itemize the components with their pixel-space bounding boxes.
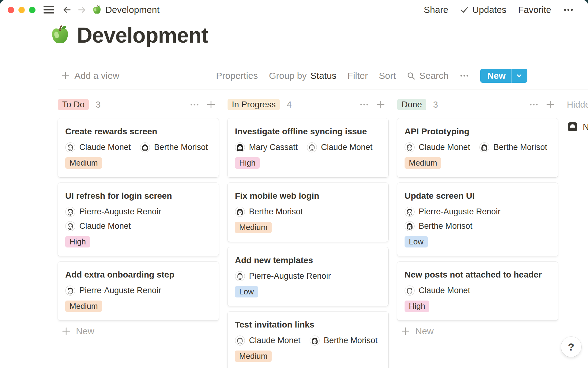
avatar-renoir xyxy=(235,271,245,281)
column-add-icon[interactable] xyxy=(546,100,555,109)
priority-tag: High xyxy=(65,236,90,247)
back-icon[interactable] xyxy=(62,5,72,15)
new-card-button[interactable]: New xyxy=(397,326,558,336)
search-button[interactable]: Search xyxy=(407,71,448,81)
kanban-card[interactable]: Add new templatesPierre-Auguste RenoirLo… xyxy=(228,247,388,306)
new-button[interactable]: New xyxy=(480,69,527,83)
assignee-name: Berthe Morisot xyxy=(154,143,208,152)
priority-tag: Low xyxy=(405,236,428,247)
view-more-icon[interactable] xyxy=(459,71,469,80)
green-apple-icon xyxy=(92,5,102,15)
column-header: In Progress4 xyxy=(228,99,388,110)
filter-button[interactable]: Filter xyxy=(348,71,368,81)
avatar-renoir xyxy=(65,207,75,217)
assignee: Claude Monet xyxy=(405,286,470,296)
breadcrumb[interactable]: Development xyxy=(92,5,160,15)
new-card-label: New xyxy=(76,326,94,336)
assignee-name: Claude Monet xyxy=(419,286,470,295)
kanban-card[interactable]: Investigate offline syncing issueMary Ca… xyxy=(228,118,388,177)
properties-button[interactable]: Properties xyxy=(216,71,258,81)
kanban-card[interactable]: Update screen UIPierre-Auguste RenoirBer… xyxy=(397,183,558,256)
card-title: Fix mobile web login xyxy=(235,191,381,201)
column-add-icon[interactable] xyxy=(206,100,216,109)
close-window-button[interactable] xyxy=(8,7,14,13)
column-header: Done3 xyxy=(397,99,558,110)
forward-icon[interactable] xyxy=(77,5,87,15)
hidden-columns-toggle[interactable]: Hidden columns xyxy=(567,99,588,110)
new-card-label: New xyxy=(415,326,434,336)
avatar-monet xyxy=(405,142,415,152)
help-label: ? xyxy=(568,341,575,353)
card-assignees: Claude Monet xyxy=(405,286,551,296)
toolbar-divider xyxy=(58,90,588,90)
column-more-icon[interactable] xyxy=(529,100,538,109)
column-more-icon[interactable] xyxy=(190,100,199,109)
green-apple-icon[interactable] xyxy=(50,25,70,45)
assignee: Berthe Morisot xyxy=(405,221,473,231)
avatar-morisot xyxy=(310,335,320,346)
kanban-card[interactable]: Add extra onboarding stepPierre-Auguste … xyxy=(58,262,219,320)
zoom-window-button[interactable] xyxy=(29,7,36,13)
plus-icon xyxy=(62,327,71,336)
column-count: 3 xyxy=(96,100,100,110)
assignee: Claude Monet xyxy=(307,142,372,152)
avatar-morisot xyxy=(405,221,415,231)
new-card-button[interactable]: New xyxy=(58,326,219,336)
priority-tag: Low xyxy=(235,286,258,297)
assignee: Pierre-Auguste Renoir xyxy=(405,207,500,217)
assignee-name: Pierre-Auguste Renoir xyxy=(419,207,500,217)
priority-tag: Medium xyxy=(235,351,272,362)
assignee-name: Mary Cassatt xyxy=(249,143,298,152)
help-button[interactable]: ? xyxy=(561,337,581,357)
card-assignees: Pierre-Auguste Renoir xyxy=(235,271,381,281)
column-more-icon[interactable] xyxy=(360,100,369,109)
add-view-button[interactable]: Add a view xyxy=(61,71,119,81)
avatar-cassatt xyxy=(235,142,245,152)
board-column-done: Done3API PrototypingClaude MonetBerthe M… xyxy=(397,99,558,336)
sort-label: Sort xyxy=(379,71,396,81)
assignee-name: Pierre-Auguste Renoir xyxy=(79,286,161,295)
avatar-monet xyxy=(235,335,245,346)
card-assignees: Claude MonetBerthe Morisot xyxy=(235,335,381,346)
card-title: Test invitation links xyxy=(235,320,381,330)
minimize-window-button[interactable] xyxy=(18,7,25,13)
column-status-tag[interactable]: In Progress xyxy=(228,99,280,110)
plus-icon xyxy=(61,71,70,80)
assignee-name: Berthe Morisot xyxy=(419,221,473,231)
group-by-button[interactable]: Group by Status xyxy=(269,71,336,81)
column-status-tag[interactable]: To Do xyxy=(58,99,89,110)
assignee: Berthe Morisot xyxy=(310,335,378,346)
priority-tag: Medium xyxy=(235,222,272,233)
kanban-card[interactable]: Fix mobile web loginBerthe MorisotMedium xyxy=(228,183,388,242)
kanban-card[interactable]: New posts not attached to headerClaude M… xyxy=(397,262,558,320)
assignee: Mary Cassatt xyxy=(235,142,298,152)
priority-tag: Medium xyxy=(405,157,441,169)
more-options-icon[interactable] xyxy=(563,5,574,14)
kanban-card[interactable]: API PrototypingClaude MonetBerthe Moriso… xyxy=(397,118,558,177)
kanban-card[interactable]: Test invitation linksClaude MonetBerthe … xyxy=(228,312,388,368)
updates-button[interactable]: Updates xyxy=(460,5,507,15)
app-window: Development Share Updates Favorite xyxy=(0,0,588,368)
avatar-renoir xyxy=(405,207,415,217)
column-status-tag[interactable]: Done xyxy=(397,99,426,110)
page-header: Development xyxy=(50,24,588,47)
chevron-down-icon[interactable] xyxy=(512,72,527,79)
kanban-card[interactable]: Create rewards screenClaude MonetBerthe … xyxy=(58,118,219,177)
card-assignees: Claude MonetBerthe Morisot xyxy=(405,142,551,152)
kanban-card[interactable]: UI refresh for login screenPierre-August… xyxy=(58,183,219,256)
group-by-value: Status xyxy=(311,71,337,81)
sidebar-menu-icon[interactable] xyxy=(43,6,54,13)
avatar-monet xyxy=(307,142,317,152)
add-view-label: Add a view xyxy=(74,71,119,81)
avatar-morisot xyxy=(479,142,489,152)
card-title: Update screen UI xyxy=(405,191,551,201)
hidden-group-no-status[interactable]: No Status xyxy=(567,121,588,132)
board-column-to-do: To Do3Create rewards screenClaude MonetB… xyxy=(58,99,219,336)
card-title: API Prototyping xyxy=(405,126,551,137)
filter-label: Filter xyxy=(348,71,368,81)
column-add-icon[interactable] xyxy=(376,100,385,109)
sort-button[interactable]: Sort xyxy=(379,71,396,81)
share-button[interactable]: Share xyxy=(424,5,448,15)
assignee: Pierre-Auguste Renoir xyxy=(65,286,161,296)
favorite-button[interactable]: Favorite xyxy=(518,5,551,15)
